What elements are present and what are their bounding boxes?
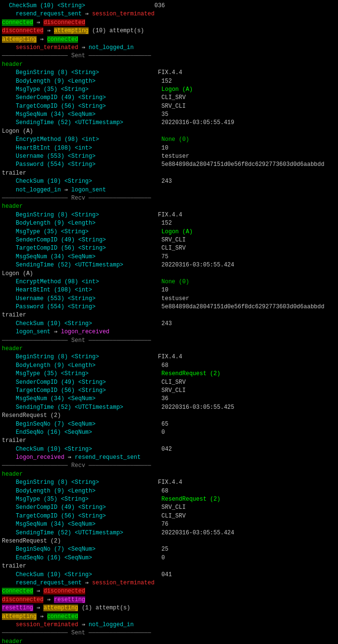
state-line-2b: disconnected ⇒ resetting — [2, 596, 336, 604]
h2-beginstring: BeginString (8) <String> FIX.4.4 — [2, 211, 336, 219]
header-1: header — [2, 61, 336, 69]
logon-2: Logon (A) — [2, 270, 336, 278]
trailer-1: trailer — [2, 169, 336, 177]
state-line-2c: resetting ⇒ attempting (1) attempt(s) — [2, 604, 336, 612]
trailer-2: trailer — [2, 311, 336, 319]
h3-sendingtime: SendingTime (52) <UTCTimestamp> 20220316… — [2, 404, 336, 412]
h2-msgseqnum: MsgSeqNum (34) <SeqNum> 75 — [2, 253, 336, 261]
line-2: resend_request_sent ⇒ session_terminated — [2, 10, 336, 18]
h2-sendercompid: SenderCompID (49) <String> SRV_CLI — [2, 236, 336, 244]
state-transition-4: resend_request_sent ⇒ session_terminated — [2, 579, 336, 587]
header-2: header — [2, 202, 336, 211]
line-3: connected ⇒ disconnected — [2, 19, 336, 27]
divider-sent-2: ——————————————————— Sent ———————————————… — [2, 337, 336, 345]
t4-checksum: CheckSum (10) <String> 041 — [2, 571, 336, 579]
state-transition-5: session_terminated ⇒ not_logged_in — [2, 621, 336, 629]
divider-sent-3: ——————————————————— Sent ———————————————… — [2, 629, 336, 637]
divider-recv-1: ——————————————————— Recv ———————————————… — [2, 194, 336, 202]
h1-msgtype: MsgType (35) <String> Logon (A) — [2, 86, 336, 94]
h1-msgseqnum: MsgSeqNum (34) <SeqNum> 35 — [2, 111, 336, 119]
logon-1: Logon (A) — [2, 127, 336, 136]
l1-password: Password (554) <String> 5e884898da280471… — [2, 161, 336, 169]
t3-checksum: CheckSum (10) <String> 042 — [2, 445, 336, 454]
h2-targetcompid: TargetCompID (56) <String> CLI_SRV — [2, 244, 336, 253]
t2-checksum: CheckSum (10) <String> 243 — [2, 320, 336, 328]
state-transition-1: not_logged_in ⇒ logon_sent — [2, 186, 336, 194]
l2-heartbtint: HeartBtInt (108) <int> 10 — [2, 286, 336, 294]
h4-msgseqnum: MsgSeqNum (34) <SeqNum> 76 — [2, 520, 336, 529]
line-5: attempting ⇒ connected — [2, 36, 336, 44]
h1-targetcompid: TargetCompID (56) <String> SRV_CLI — [2, 102, 336, 111]
h4-sendercompid: SenderCompID (49) <String> SRV_CLI — [2, 504, 336, 512]
h3-bodylength: BodyLength (9) <Length> 68 — [2, 362, 336, 370]
r2-beginseqno: BeginSeqNo (7) <SeqNum> 25 — [2, 545, 336, 554]
l2-username: Username (553) <String> testuser — [2, 295, 336, 303]
l1-username: Username (553) <String> testuser — [2, 152, 336, 161]
l2-password: Password (554) <String> 5e884898da280471… — [2, 303, 336, 311]
state-transition-3: logon_received ⇒ resend_request_sent — [2, 454, 336, 462]
trailer-3: trailer — [2, 437, 336, 445]
r1-endseqno: EndSeqNo (16) <SeqNum> 0 — [2, 429, 336, 437]
state-line-2d: attempting ⇒ connected — [2, 613, 336, 621]
h4-beginstring: BeginString (8) <String> FIX.4.4 — [2, 479, 336, 487]
h1-beginstring: BeginString (8) <String> FIX.4.4 — [2, 69, 336, 77]
h4-bodylength: BodyLength (9) <Length> 68 — [2, 487, 336, 495]
header-4: header — [2, 470, 336, 479]
log-output: CheckSum (10) <String> 036 resend_reques… — [2, 2, 336, 644]
h4-sendingtime: SendingTime (52) <UTCTimestamp> 20220316… — [2, 529, 336, 537]
t1-checksum: CheckSum (10) <String> 243 — [2, 177, 336, 186]
h3-beginstring: BeginString (8) <String> FIX.4.4 — [2, 353, 336, 361]
h1-sendercompid: SenderCompID (49) <String> CLI_SRV — [2, 94, 336, 102]
state-transition-2: logon_sent ⇒ logon_received — [2, 328, 336, 336]
h2-bodylength: BodyLength (9) <Length> 152 — [2, 219, 336, 227]
line-4: disconnected ⇒ attempting (10) attempt(s… — [2, 27, 336, 35]
header-5: header — [2, 638, 336, 644]
h2-sendingtime: SendingTime (52) <UTCTimestamp> 20220316… — [2, 261, 336, 269]
h3-targetcompid: TargetCompID (56) <String> SRV_CLI — [2, 387, 336, 395]
divider-recv-2: ——————————————————— Recv ———————————————… — [2, 462, 336, 470]
resend-2: ResendRequest (2) — [2, 537, 336, 545]
state-line-2a: connected ⇒ disconnected — [2, 587, 336, 595]
l1-encryptmethod: EncryptMethod (98) <int> None (0) — [2, 136, 336, 144]
h1-sendingtime: SendingTime (52) <UTCTimestamp> 20220316… — [2, 119, 336, 127]
h2-msgtype: MsgType (35) <String> Logon (A) — [2, 228, 336, 236]
h3-sendercompid: SenderCompID (49) <String> CLI_SRV — [2, 379, 336, 387]
r1-beginseqno: BeginSeqNo (7) <SeqNum> 65 — [2, 420, 336, 429]
line-6: session_terminated ⇒ not_logged_in — [2, 44, 336, 52]
header-3: header — [2, 345, 336, 353]
h3-msgseqnum: MsgSeqNum (34) <SeqNum> 36 — [2, 395, 336, 403]
line-1: CheckSum (10) <String> 036 — [2, 2, 336, 10]
h4-msgtype: MsgType (35) <String> ResendRequest (2) — [2, 495, 336, 504]
r2-endseqno: EndSeqNo (16) <SeqNum> 0 — [2, 554, 336, 562]
divider-sent-1: ——————————————————— Sent ———————————————… — [2, 52, 336, 60]
resend-1: ResendRequest (2) — [2, 412, 336, 420]
h4-targetcompid: TargetCompID (56) <String> CLI_SRV — [2, 512, 336, 520]
trailer-4: trailer — [2, 562, 336, 570]
l1-heartbtint: HeartBtInt (108) <int> 10 — [2, 144, 336, 152]
l2-encryptmethod: EncryptMethod (98) <int> None (0) — [2, 278, 336, 286]
h1-bodylength: BodyLength (9) <Length> 152 — [2, 77, 336, 86]
h3-msgtype: MsgType (35) <String> ResendRequest (2) — [2, 370, 336, 378]
